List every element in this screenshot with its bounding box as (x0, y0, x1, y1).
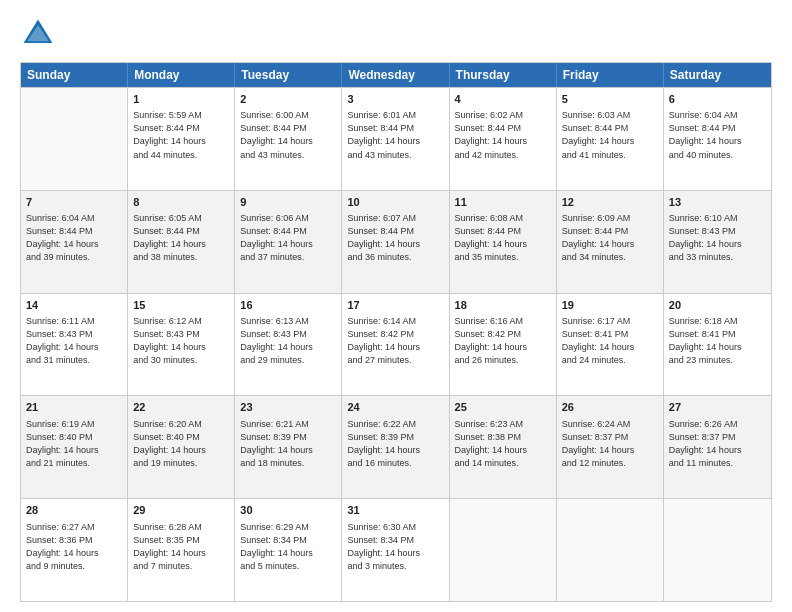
cell-info-line: and 36 minutes. (347, 251, 443, 264)
cell-info-line: and 40 minutes. (669, 149, 766, 162)
cell-info-line: Daylight: 14 hours (240, 341, 336, 354)
cell-info-line: and 30 minutes. (133, 354, 229, 367)
cell-info-line: Sunrise: 6:24 AM (562, 418, 658, 431)
calendar-cell (557, 499, 664, 601)
cell-info-line: Sunset: 8:44 PM (347, 122, 443, 135)
cell-info-line: Sunset: 8:34 PM (240, 534, 336, 547)
cell-info-line: Sunrise: 6:29 AM (240, 521, 336, 534)
cell-info-line: Daylight: 14 hours (347, 238, 443, 251)
cell-info-line: Sunrise: 6:20 AM (133, 418, 229, 431)
calendar-cell: 24Sunrise: 6:22 AMSunset: 8:39 PMDayligh… (342, 396, 449, 498)
calendar-cell: 13Sunrise: 6:10 AMSunset: 8:43 PMDayligh… (664, 191, 771, 293)
cell-info-line: and 41 minutes. (562, 149, 658, 162)
cell-info-line: Sunrise: 6:21 AM (240, 418, 336, 431)
calendar-cell: 27Sunrise: 6:26 AMSunset: 8:37 PMDayligh… (664, 396, 771, 498)
cell-info-line: Sunrise: 6:27 AM (26, 521, 122, 534)
calendar-row: 21Sunrise: 6:19 AMSunset: 8:40 PMDayligh… (21, 395, 771, 498)
cell-info-line: Sunrise: 6:13 AM (240, 315, 336, 328)
calendar-cell: 29Sunrise: 6:28 AMSunset: 8:35 PMDayligh… (128, 499, 235, 601)
cell-info-line: Daylight: 14 hours (240, 444, 336, 457)
cell-info-line: Daylight: 14 hours (562, 341, 658, 354)
cell-info-line: Sunrise: 6:16 AM (455, 315, 551, 328)
cell-info-line: and 16 minutes. (347, 457, 443, 470)
cell-info-line: Sunset: 8:44 PM (669, 122, 766, 135)
calendar-cell: 14Sunrise: 6:11 AMSunset: 8:43 PMDayligh… (21, 294, 128, 396)
cell-info-line: Daylight: 14 hours (562, 238, 658, 251)
day-number: 8 (133, 195, 229, 210)
calendar-cell: 11Sunrise: 6:08 AMSunset: 8:44 PMDayligh… (450, 191, 557, 293)
cell-info-line: Daylight: 14 hours (133, 547, 229, 560)
cell-info-line: Sunrise: 6:17 AM (562, 315, 658, 328)
logo (20, 16, 62, 52)
calendar-body: 1Sunrise: 5:59 AMSunset: 8:44 PMDaylight… (21, 87, 771, 601)
day-number: 5 (562, 92, 658, 107)
day-number: 27 (669, 400, 766, 415)
cell-info-line: and 12 minutes. (562, 457, 658, 470)
cell-info-line: Sunset: 8:39 PM (240, 431, 336, 444)
cell-info-line: Sunrise: 6:09 AM (562, 212, 658, 225)
day-number: 23 (240, 400, 336, 415)
header (20, 16, 772, 52)
cell-info-line: and 11 minutes. (669, 457, 766, 470)
cell-info-line: Daylight: 14 hours (455, 238, 551, 251)
calendar-cell: 23Sunrise: 6:21 AMSunset: 8:39 PMDayligh… (235, 396, 342, 498)
cell-info-line: Sunset: 8:44 PM (133, 122, 229, 135)
cell-info-line: Daylight: 14 hours (26, 238, 122, 251)
cell-info-line: Daylight: 14 hours (347, 341, 443, 354)
cell-info-line: Sunrise: 5:59 AM (133, 109, 229, 122)
cell-info-line: Daylight: 14 hours (133, 135, 229, 148)
cell-info-line: Daylight: 14 hours (455, 444, 551, 457)
calendar-cell: 26Sunrise: 6:24 AMSunset: 8:37 PMDayligh… (557, 396, 664, 498)
calendar-cell: 9Sunrise: 6:06 AMSunset: 8:44 PMDaylight… (235, 191, 342, 293)
day-of-week-header: Tuesday (235, 63, 342, 87)
cell-info-line: Daylight: 14 hours (240, 135, 336, 148)
day-number: 31 (347, 503, 443, 518)
day-number: 24 (347, 400, 443, 415)
cell-info-line: and 3 minutes. (347, 560, 443, 573)
day-number: 13 (669, 195, 766, 210)
day-number: 6 (669, 92, 766, 107)
cell-info-line: Sunset: 8:44 PM (455, 225, 551, 238)
day-number: 7 (26, 195, 122, 210)
cell-info-line: and 26 minutes. (455, 354, 551, 367)
calendar-row: 28Sunrise: 6:27 AMSunset: 8:36 PMDayligh… (21, 498, 771, 601)
cell-info-line: Sunset: 8:38 PM (455, 431, 551, 444)
cell-info-line: Sunset: 8:39 PM (347, 431, 443, 444)
cell-info-line: Daylight: 14 hours (347, 135, 443, 148)
day-number: 14 (26, 298, 122, 313)
cell-info-line: and 31 minutes. (26, 354, 122, 367)
day-number: 20 (669, 298, 766, 313)
day-number: 29 (133, 503, 229, 518)
calendar-cell: 28Sunrise: 6:27 AMSunset: 8:36 PMDayligh… (21, 499, 128, 601)
cell-info-line: Sunset: 8:44 PM (240, 122, 336, 135)
calendar-cell: 16Sunrise: 6:13 AMSunset: 8:43 PMDayligh… (235, 294, 342, 396)
cell-info-line: Daylight: 14 hours (347, 444, 443, 457)
calendar-cell: 22Sunrise: 6:20 AMSunset: 8:40 PMDayligh… (128, 396, 235, 498)
calendar-cell: 30Sunrise: 6:29 AMSunset: 8:34 PMDayligh… (235, 499, 342, 601)
cell-info-line: Sunrise: 6:03 AM (562, 109, 658, 122)
cell-info-line: Sunrise: 6:02 AM (455, 109, 551, 122)
calendar-cell: 25Sunrise: 6:23 AMSunset: 8:38 PMDayligh… (450, 396, 557, 498)
cell-info-line: Sunset: 8:43 PM (133, 328, 229, 341)
calendar-cell: 2Sunrise: 6:00 AMSunset: 8:44 PMDaylight… (235, 88, 342, 190)
day-of-week-header: Friday (557, 63, 664, 87)
day-number: 10 (347, 195, 443, 210)
cell-info-line: Sunrise: 6:14 AM (347, 315, 443, 328)
cell-info-line: Sunset: 8:35 PM (133, 534, 229, 547)
cell-info-line: Sunrise: 6:12 AM (133, 315, 229, 328)
calendar-row: 1Sunrise: 5:59 AMSunset: 8:44 PMDaylight… (21, 87, 771, 190)
cell-info-line: Sunrise: 6:30 AM (347, 521, 443, 534)
cell-info-line: and 42 minutes. (455, 149, 551, 162)
cell-info-line: Sunset: 8:43 PM (669, 225, 766, 238)
cell-info-line: Daylight: 14 hours (455, 135, 551, 148)
cell-info-line: and 7 minutes. (133, 560, 229, 573)
cell-info-line: Daylight: 14 hours (347, 547, 443, 560)
calendar-cell: 7Sunrise: 6:04 AMSunset: 8:44 PMDaylight… (21, 191, 128, 293)
day-of-week-header: Wednesday (342, 63, 449, 87)
calendar-cell: 15Sunrise: 6:12 AMSunset: 8:43 PMDayligh… (128, 294, 235, 396)
cell-info-line: Sunrise: 6:19 AM (26, 418, 122, 431)
day-number: 12 (562, 195, 658, 210)
cell-info-line: Sunset: 8:37 PM (669, 431, 766, 444)
day-of-week-header: Saturday (664, 63, 771, 87)
day-number: 9 (240, 195, 336, 210)
